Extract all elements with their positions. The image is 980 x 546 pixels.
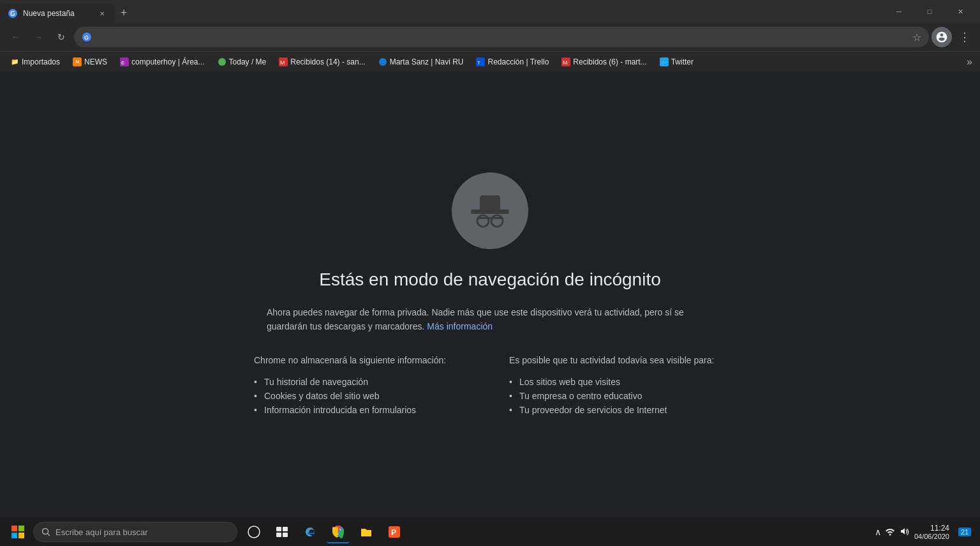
new-tab-button[interactable]: + <box>115 4 133 22</box>
svg-rect-17 <box>480 195 500 211</box>
chrome-wont-save-list: Tu historial de navegación Cookies y dat… <box>254 375 471 417</box>
taskbar-time: 11:24 <box>914 524 949 533</box>
bookmark-importados[interactable]: 📁 Importados <box>5 54 65 70</box>
back-button[interactable]: ← <box>5 27 26 47</box>
bookmarks-bar: 📁 Importados N NEWS c computerhoy | Área… <box>0 51 980 72</box>
bookmark-recibidos2[interactable]: M Recibidos (6) - mart... <box>556 54 651 70</box>
tab-close-button[interactable]: ✕ <box>97 8 107 19</box>
maximize-button[interactable]: □ <box>915 1 944 22</box>
window-controls: ─ □ ✕ <box>879 0 980 23</box>
taskbar-clock[interactable]: 11:24 04/06/2020 <box>914 524 949 540</box>
more-info-link[interactable]: Más información <box>427 321 493 331</box>
bookmark-today-icon <box>218 57 226 66</box>
incognito-icon-wrapper <box>452 172 528 249</box>
bookmark-twitter[interactable]: 🐦 Twitter <box>655 54 699 70</box>
tab-favicon: G <box>8 8 18 19</box>
svg-point-9 <box>379 58 387 66</box>
bookmark-marta[interactable]: Marta Sanz | Navi RU <box>373 54 469 70</box>
list-item-history: Tu historial de navegación <box>254 375 471 389</box>
url-input[interactable] <box>97 32 907 42</box>
bookmarks-more-button[interactable]: » <box>964 56 975 68</box>
svg-point-37 <box>889 533 891 535</box>
svg-point-25 <box>43 529 48 535</box>
forward-button[interactable]: → <box>28 27 48 47</box>
taskbar-chrome-icon[interactable] <box>327 520 350 543</box>
svg-text:P: P <box>391 528 396 537</box>
bookmark-recibidos1[interactable]: M Recibidos (14) - san... <box>274 54 370 70</box>
svg-rect-22 <box>19 526 24 531</box>
incognito-title: Estás en modo de navegación de incógnito <box>319 269 661 290</box>
incognito-icon <box>464 185 516 236</box>
svg-point-6 <box>218 58 226 66</box>
bookmark-twitter-icon: 🐦 <box>660 57 669 66</box>
title-bar: G Nueva pestaña ✕ + ─ □ ✕ <box>0 0 980 23</box>
svg-text:T: T <box>477 60 480 66</box>
address-bar[interactable]: G ☆ <box>74 27 929 47</box>
taskbar-date: 04/06/2020 <box>914 533 949 540</box>
still-visible-list: Los sitios web que visites Tu empresa o … <box>509 375 726 417</box>
svg-rect-24 <box>19 533 24 538</box>
system-tray: ∧ <box>875 526 909 538</box>
taskbar-search-bar[interactable]: Escribe aquí para buscar <box>33 522 237 542</box>
svg-rect-29 <box>283 527 288 531</box>
tab-strip: G Nueva pestaña ✕ + <box>0 0 879 23</box>
chrome-wont-save-section: Chrome no almacenará la siguiente inform… <box>254 354 471 417</box>
bookmark-redaccion-icon: T <box>476 57 485 66</box>
tab-title: Nueva pestaña <box>23 9 92 18</box>
address-favicon: G <box>82 32 92 42</box>
svg-text:M: M <box>563 59 568 66</box>
tray-network-icon[interactable] <box>885 526 895 538</box>
chrome-menu-button[interactable]: ⋮ <box>954 27 975 47</box>
svg-text:M: M <box>280 59 285 66</box>
bookmark-computerhoy[interactable]: c computerhoy | Área... <box>115 54 210 70</box>
taskbar-search-placeholder: Escribe aquí para buscar <box>56 527 148 537</box>
bookmark-news[interactable]: N NEWS <box>68 54 112 70</box>
taskbar-app-icons: P <box>242 520 406 543</box>
svg-point-27 <box>248 526 260 538</box>
svg-point-20 <box>491 215 503 227</box>
taskbar: Escribe aquí para buscar <box>0 518 980 546</box>
bookmark-redaccion[interactable]: T Redacción | Trello <box>471 54 554 70</box>
list-item-employer: Tu empresa o centro educativo <box>509 389 726 403</box>
list-item-websites: Los sitios web que visites <box>509 375 726 389</box>
svg-rect-31 <box>283 533 288 537</box>
minimize-button[interactable]: ─ <box>884 1 914 22</box>
taskbar-right-area: ∧ 11:24 04/06/2020 21 <box>875 522 975 542</box>
browser-content: Estás en modo de navegación de incógnito… <box>0 72 980 518</box>
bookmark-today[interactable]: Today / Me <box>212 54 272 70</box>
svg-text:G: G <box>84 34 89 41</box>
notification-button[interactable]: 21 <box>954 522 975 542</box>
tray-volume-icon[interactable] <box>899 526 909 538</box>
svg-rect-23 <box>11 533 17 538</box>
still-visible-title: Es posible que tu actividad todavía sea … <box>509 354 726 367</box>
bookmark-news-icon: N <box>73 57 82 66</box>
bookmark-recibidos1-icon: M <box>279 57 288 66</box>
profile-button[interactable] <box>932 27 952 47</box>
bookmark-recibidos2-icon: M <box>561 57 570 66</box>
taskbar-taskview-icon[interactable] <box>271 520 293 543</box>
taskbar-app-icon[interactable]: P <box>383 520 406 543</box>
bookmark-importados-icon: 📁 <box>10 57 19 66</box>
svg-point-19 <box>477 215 489 227</box>
taskbar-cortana-icon[interactable] <box>242 520 265 543</box>
bookmark-star-icon[interactable]: ☆ <box>912 31 921 43</box>
svg-text:🐦: 🐦 <box>661 59 667 66</box>
incognito-lists: Chrome no almacenará la siguiente inform… <box>254 354 726 417</box>
list-item-forms: Información introducida en formularios <box>254 403 471 417</box>
still-visible-section: Es posible que tu actividad todavía sea … <box>509 354 726 417</box>
navigation-bar: ← → ↻ G ☆ ⋮ <box>0 23 980 51</box>
taskbar-search-icon <box>41 527 50 536</box>
taskbar-explorer-icon[interactable] <box>355 520 378 543</box>
svg-rect-18 <box>477 217 503 219</box>
list-item-isp: Tu proveedor de servicios de Internet <box>509 403 726 417</box>
bookmark-computerhoy-icon: c <box>120 57 129 66</box>
svg-rect-21 <box>11 526 17 531</box>
reload-button[interactable]: ↻ <box>51 27 71 47</box>
taskbar-edge-icon[interactable] <box>299 520 322 543</box>
svg-text:c: c <box>121 59 124 66</box>
svg-line-26 <box>48 534 50 536</box>
start-button[interactable] <box>5 519 31 545</box>
tray-up-icon[interactable]: ∧ <box>875 527 881 537</box>
active-tab[interactable]: G Nueva pestaña ✕ <box>0 4 115 23</box>
close-button[interactable]: ✕ <box>946 1 975 22</box>
